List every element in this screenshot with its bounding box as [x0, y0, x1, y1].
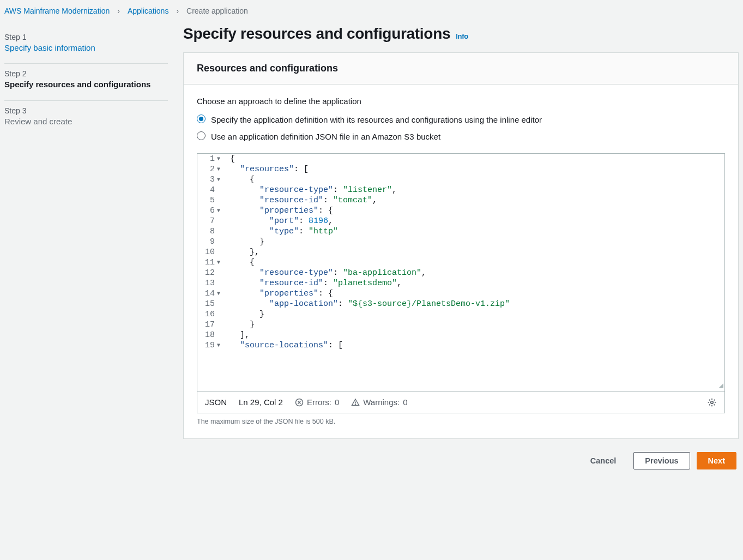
- code-line[interactable]: 13 "resource-id": "planetsdemo",: [197, 278, 724, 288]
- code-line[interactable]: 19▼ "source-locations": [: [197, 340, 724, 351]
- radio-label: Specify the application definition with …: [211, 113, 542, 126]
- status-cursor-pos: Ln 29, Col 2: [239, 398, 283, 407]
- line-number: 12: [197, 268, 217, 278]
- approach-subhead: Choose an approach to define the applica…: [197, 97, 725, 106]
- code-content[interactable]: }: [226, 237, 724, 247]
- info-link[interactable]: Info: [456, 32, 468, 40]
- line-number: 1: [197, 154, 217, 164]
- code-content[interactable]: "resource-type": "listener",: [226, 185, 724, 195]
- step-number: Step 3: [4, 106, 168, 115]
- editor-scroll-area[interactable]: 1▼{2▼ "resources": [3▼ {4 "resource-type…: [197, 154, 724, 392]
- code-content[interactable]: {: [226, 174, 724, 185]
- code-line[interactable]: 17 }: [197, 320, 724, 330]
- radio-icon[interactable]: [197, 131, 206, 140]
- radio-inline-editor[interactable]: Specify the application definition with …: [197, 111, 725, 128]
- code-line[interactable]: 11▼ {: [197, 257, 724, 268]
- radio-s3-json[interactable]: Use an application definition JSON file …: [197, 128, 725, 145]
- code-line[interactable]: 16 }: [197, 309, 724, 320]
- code-content[interactable]: }: [226, 320, 724, 330]
- radio-icon[interactable]: [197, 115, 206, 123]
- code-content[interactable]: "resource-type": "ba-application",: [226, 268, 724, 278]
- fold-toggle-icon[interactable]: ▼: [217, 257, 226, 268]
- code-content[interactable]: "port": 8196,: [226, 216, 724, 226]
- next-button[interactable]: Next: [697, 452, 736, 469]
- line-number: 6: [197, 206, 217, 216]
- code-content[interactable]: ],: [226, 330, 724, 340]
- code-line[interactable]: 15 "app-location": "${s3-source}/Planets…: [197, 299, 724, 309]
- code-line[interactable]: 4 "resource-type": "listener",: [197, 185, 724, 195]
- fold-toggle-icon[interactable]: ▼: [217, 340, 226, 351]
- code-line[interactable]: 12 "resource-type": "ba-application",: [197, 268, 724, 278]
- code-content[interactable]: "properties": {: [226, 206, 724, 216]
- step-number: Step 2: [4, 69, 168, 78]
- code-content[interactable]: "source-locations": [: [226, 340, 724, 351]
- editor-settings-button[interactable]: [707, 398, 717, 407]
- code-content[interactable]: "type": "http": [226, 226, 724, 237]
- json-editor[interactable]: 1▼{2▼ "resources": [3▼ {4 "resource-type…: [197, 153, 725, 413]
- line-number: 9: [197, 237, 217, 247]
- breadcrumb-item: Create application: [186, 7, 248, 15]
- code-content[interactable]: },: [226, 247, 724, 257]
- code-line[interactable]: 2▼ "resources": [: [197, 164, 724, 174]
- status-warnings[interactable]: Warnings: 0: [351, 398, 407, 407]
- line-number: 3: [197, 174, 217, 185]
- wizard-step: Step 3Review and create: [4, 101, 168, 137]
- breadcrumb-item[interactable]: Applications: [128, 7, 169, 15]
- chevron-right-icon: ›: [117, 7, 120, 15]
- fold-toggle-icon[interactable]: ▼: [217, 154, 226, 164]
- svg-point-2: [711, 401, 714, 404]
- code-content[interactable]: {: [226, 154, 724, 164]
- breadcrumb-item[interactable]: AWS Mainframe Modernization: [4, 7, 110, 15]
- code-line[interactable]: 6▼ "properties": {: [197, 206, 724, 216]
- code-content[interactable]: "properties": {: [226, 288, 724, 299]
- breadcrumb: AWS Mainframe Modernization›Applications…: [0, 3, 743, 23]
- fold-spacer: [217, 216, 226, 226]
- line-number: 10: [197, 247, 217, 257]
- code-line[interactable]: 7 "port": 8196,: [197, 216, 724, 226]
- line-number: 14: [197, 288, 217, 299]
- fold-spacer: [217, 237, 226, 247]
- cancel-button[interactable]: Cancel: [579, 452, 627, 469]
- code-line[interactable]: 14▼ "properties": {: [197, 288, 724, 299]
- code-line[interactable]: 1▼{: [197, 154, 724, 164]
- line-number: 8: [197, 226, 217, 237]
- fold-spacer: [217, 226, 226, 237]
- code-line[interactable]: 18 ],: [197, 330, 724, 340]
- fold-toggle-icon[interactable]: ▼: [217, 288, 226, 299]
- code-content[interactable]: }: [226, 309, 724, 320]
- wizard-steps-sidebar: Step 1Specify basic informationStep 2Spe…: [4, 23, 168, 469]
- code-line[interactable]: 3▼ {: [197, 174, 724, 185]
- page-title-text: Specify resources and configurations: [183, 25, 450, 43]
- code-line[interactable]: 5 "resource-id": "tomcat",: [197, 195, 724, 206]
- wizard-step[interactable]: Step 1Specify basic information: [4, 27, 168, 64]
- code-line[interactable]: 9 }: [197, 237, 724, 247]
- chevron-right-icon: ›: [176, 7, 179, 15]
- code-content[interactable]: "resource-id": "tomcat",: [226, 195, 724, 206]
- fold-toggle-icon[interactable]: ▼: [217, 174, 226, 185]
- line-number: 18: [197, 330, 217, 340]
- code-content[interactable]: "app-location": "${s3-source}/PlanetsDem…: [226, 299, 724, 309]
- fold-spacer: [217, 330, 226, 340]
- editor-status-bar: JSON Ln 29, Col 2 Errors: 0: [197, 392, 724, 413]
- fold-spacer: [217, 320, 226, 330]
- code-content[interactable]: "resources": [: [226, 164, 724, 174]
- line-number: 4: [197, 185, 217, 195]
- fold-toggle-icon[interactable]: ▼: [217, 206, 226, 216]
- fold-toggle-icon[interactable]: ▼: [217, 164, 226, 174]
- line-number: 15: [197, 299, 217, 309]
- code-content[interactable]: "resource-id": "planetsdemo",: [226, 278, 724, 288]
- step-title: Review and create: [4, 116, 168, 127]
- code-content[interactable]: {: [226, 257, 724, 268]
- step-title[interactable]: Specify basic information: [4, 43, 168, 53]
- code-line[interactable]: 10 },: [197, 247, 724, 257]
- page-title: Specify resources and configurations Inf…: [183, 25, 739, 43]
- status-errors[interactable]: Errors: 0: [295, 398, 339, 407]
- line-number: 5: [197, 195, 217, 206]
- card-title: Resources and configurations: [197, 63, 725, 74]
- previous-button[interactable]: Previous: [633, 452, 690, 469]
- code-line[interactable]: 8 "type": "http": [197, 226, 724, 237]
- step-title: Specify resources and configurations: [4, 79, 168, 90]
- status-lang[interactable]: JSON: [205, 398, 227, 407]
- step-number: Step 1: [4, 33, 168, 41]
- fold-spacer: [217, 299, 226, 309]
